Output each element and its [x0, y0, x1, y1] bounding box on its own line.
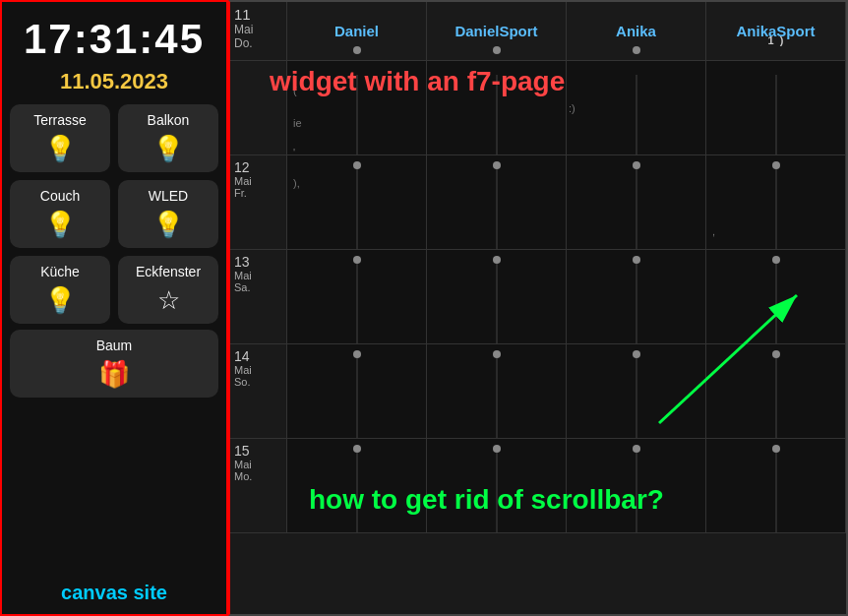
couch-icon: 💡 — [44, 210, 76, 240]
header-weekday: Do. — [234, 36, 253, 50]
cell-15-anika — [567, 439, 706, 532]
month-12: Mai — [234, 175, 252, 187]
daniel-sport-col-header: DanielSport — [427, 2, 567, 60]
anika-sport-val1: 1 — [768, 34, 774, 46]
eckfenster-button[interactable]: Eckfenster ☆ — [118, 256, 218, 324]
cell-text-11-anika: :) — [567, 100, 577, 116]
cell-text-12-anika-sport: , — [710, 223, 717, 239]
cell-11-daniel: )( ie ' — [287, 61, 427, 154]
cal-header-date: 11 Mai Do. — [230, 2, 287, 60]
day-num-14: 14 — [234, 348, 250, 364]
baum-label: Baum — [96, 338, 133, 353]
header-day-num: 11 — [234, 6, 251, 23]
kuche-icon: 💡 — [44, 285, 76, 316]
day-label-15: 15 Mai Mo. — [230, 439, 287, 532]
anika-col-header: Anika — [567, 2, 706, 60]
weekday-15: Mo. — [234, 470, 252, 482]
daniel-sport-dot — [493, 46, 501, 54]
anika-sport-val2: ) — [780, 34, 784, 46]
wled-label: WLED — [149, 188, 188, 204]
cell-14-anika — [567, 344, 706, 438]
widget-grid: Terrasse 💡 Balkon 💡 Couch 💡 WLED 💡 Küche… — [10, 104, 218, 324]
weekday-12: Fr. — [234, 187, 247, 199]
cell-12-daniel-sport — [427, 155, 567, 249]
cal-day-row-14: 14 Mai So. — [230, 344, 846, 439]
cell-13-anika — [567, 250, 706, 343]
cell-11-daniel-sport — [427, 61, 567, 154]
couch-button[interactable]: Couch 💡 — [10, 180, 110, 248]
daniel-label: Daniel — [334, 23, 379, 39]
day-label-11 — [230, 61, 287, 154]
terrasse-label: Terrasse — [33, 112, 87, 128]
main-content: widget with an f7-page how to get rid of… — [228, 0, 848, 616]
terrasse-button[interactable]: Terrasse 💡 — [10, 104, 110, 172]
balkon-button[interactable]: Balkon 💡 — [118, 104, 218, 172]
cell-text-12-daniel: ), — [291, 175, 302, 191]
couch-label: Couch — [40, 188, 80, 204]
canvas-label: canvas site — [61, 578, 167, 604]
cell-14-daniel — [287, 344, 427, 438]
month-13: Mai — [234, 270, 252, 281]
month-14: Mai — [234, 364, 252, 376]
cell-13-anika-sport — [706, 250, 846, 343]
baum-icon: 🎁 — [98, 359, 130, 390]
balkon-icon: 💡 — [152, 134, 184, 164]
cell-text-11-daniel-2: ie — [291, 115, 304, 131]
day-label-13: 13 Mai Sa. — [230, 250, 287, 343]
wled-button[interactable]: WLED 💡 — [118, 180, 218, 248]
eckfenster-label: Eckfenster — [136, 264, 201, 279]
date-display: 11.05.2023 — [60, 69, 168, 94]
cell-12-anika — [567, 155, 706, 249]
day-num-13: 13 — [234, 254, 250, 270]
cell-13-daniel — [287, 250, 427, 343]
anika-sport-col-header: AnikaSport 1 ) — [706, 2, 846, 60]
header-month: Mai — [234, 23, 253, 36]
baum-button[interactable]: Baum 🎁 — [10, 330, 218, 398]
weekday-13: Sa. — [234, 281, 251, 293]
cell-15-anika-sport — [706, 439, 846, 532]
anika-label: Anika — [616, 23, 656, 39]
cell-text-11-daniel: )( — [291, 71, 299, 98]
cell-12-daniel: ), — [287, 155, 427, 249]
weekday-14: So. — [234, 376, 251, 388]
cell-12-anika-sport: , — [706, 155, 846, 249]
cell-11-anika-sport — [706, 61, 846, 154]
sidebar: 17:31:45 11.05.2023 Terrasse 💡 Balkon 💡 … — [0, 0, 228, 616]
cell-11-anika: :) — [567, 61, 706, 154]
cal-day-row-12: 12 Mai Fr. ), , — [230, 155, 846, 250]
cell-15-daniel-sport — [427, 439, 567, 532]
cell-13-daniel-sport — [427, 250, 567, 343]
daniel-sport-label: DanielSport — [454, 23, 537, 39]
cell-15-daniel — [287, 439, 427, 532]
eckfenster-icon: ☆ — [157, 285, 180, 316]
day-num-15: 15 — [234, 443, 250, 459]
day-label-12: 12 Mai Fr. — [230, 155, 287, 249]
day-label-14: 14 Mai So. — [230, 344, 287, 438]
kuche-label: Küche — [40, 264, 80, 279]
cal-day-row-15: 15 Mai Mo. — [230, 439, 846, 533]
time-display: 17:31:45 — [24, 16, 205, 63]
daniel-dot — [353, 46, 361, 54]
cell-14-anika-sport — [706, 344, 846, 438]
wled-icon: 💡 — [152, 210, 184, 240]
month-15: Mai — [234, 459, 252, 470]
cell-14-daniel-sport — [427, 344, 567, 438]
terrasse-icon: 💡 — [44, 134, 76, 164]
calendar-header: 11 Mai Do. Daniel DanielSport Anika Anik… — [230, 2, 846, 61]
cal-day-row-11: )( ie ' :) — [230, 61, 846, 155]
balkon-label: Balkon — [148, 112, 190, 128]
cal-day-row-13: 13 Mai Sa. — [230, 250, 846, 344]
daniel-col-header: Daniel — [287, 2, 427, 60]
anika-dot — [633, 46, 640, 54]
calendar-body[interactable]: )( ie ' :) 12 Mai Fr. — [230, 61, 846, 614]
kuche-button[interactable]: Küche 💡 — [10, 256, 110, 324]
day-num-12: 12 — [234, 159, 250, 175]
